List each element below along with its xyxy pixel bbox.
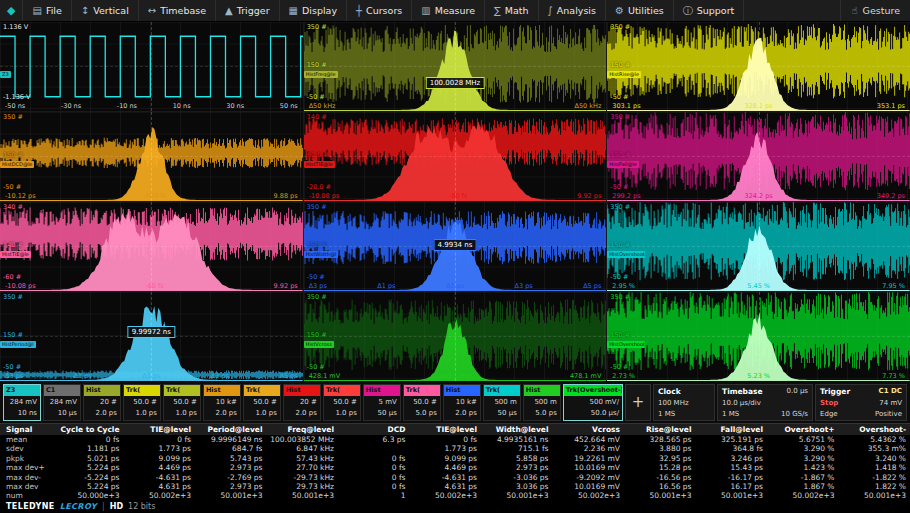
descriptor-trk-overshoot[interactable]: Trk(Overshoot-)500 mV/50.0 μs/	[563, 384, 623, 421]
measurement-value: 0 fs	[124, 435, 196, 444]
descriptor-trk-dcd[interactable]: Trk(50.0 #1.0 ps	[243, 384, 281, 421]
descriptor-trk-width[interactable]: Trk(500 m50 μs	[483, 384, 521, 421]
gesture-label: Gesture	[863, 5, 900, 16]
panel-hist-overshoot-pos[interactable]: 350 #150 #-50 #2.95 %5.45 %7.95 %HistOve…	[607, 202, 910, 291]
trigger-level: 74 mV	[879, 399, 902, 407]
waveform-hist-rise	[607, 22, 910, 111]
descriptor-value: 10 k#	[216, 398, 237, 406]
column-header[interactable]: Width@level	[481, 424, 553, 435]
column-header[interactable]: Period@level	[195, 424, 267, 435]
trace-tag: HistOvershoot	[607, 341, 645, 348]
descriptor-hist-tie[interactable]: Hist20 #2.0 ps	[283, 384, 321, 421]
measurement-value: 19.2261 mV	[553, 454, 625, 463]
column-header[interactable]: DCD	[338, 424, 410, 435]
row-label: mean	[0, 435, 52, 444]
table-row: max dev5.224 ps4.631 ps2.973 ps29.73 kHz…	[0, 482, 910, 491]
clock-frequency: 100 MHz	[658, 399, 710, 407]
menu-item-cursors[interactable]: ┼Cursors	[347, 0, 412, 21]
measurement-value: -5.224 ps	[52, 473, 124, 482]
measurement-value: 50.001e+3	[696, 491, 768, 500]
descriptor-values: 20 #2.0 ps	[84, 396, 120, 420]
descriptor-title: Hist	[204, 385, 240, 396]
column-header[interactable]: Rise@level	[624, 424, 696, 435]
waveform-hist-tie	[304, 112, 607, 201]
panel-hist-freq[interactable]: 350 #150 #-50 #Δ50 kHzΔ50 kHz100.0028 MH…	[304, 22, 607, 111]
menu-item-label: Timebase	[160, 5, 206, 16]
menu-item-trigger[interactable]: ▲Trigger	[216, 0, 279, 21]
measurement-value: 10.0169 mV	[553, 482, 625, 491]
gesture-button[interactable]: ☝ Gesture	[840, 0, 910, 21]
panel-hist-fall[interactable]: 350 #150 #-50 #299.2 ps324.2 ps349.2 psH…	[607, 112, 910, 201]
descriptor-hist-freq[interactable]: Hist20 #2.0 ps	[83, 384, 121, 421]
hd-badge: HD	[110, 501, 123, 513]
descriptor-value: 2.0 ps	[96, 409, 117, 417]
timebase-box[interactable]: Timebase0.0 μs10.0 μs/div1 MS10 GS/s	[717, 384, 813, 421]
trigger-source: C1 DC	[879, 387, 902, 396]
descriptor-z3[interactable]: Z3284 mV10 ns	[3, 384, 41, 421]
menu-item-display[interactable]: ▦Display	[280, 0, 347, 21]
measurement-value: 1.773 ps	[410, 444, 482, 453]
menu-item-file[interactable]: ▤File	[23, 0, 71, 21]
menu-item-utilities[interactable]: ⚙Utilities	[606, 0, 674, 21]
waveform-hist-width	[304, 202, 607, 291]
clock-box[interactable]: Clock100 MHz1 MS	[653, 384, 715, 421]
panel-hist-period[interactable]: 350 #150 #-50 #Δ3 psΔ1 psΔ1 psΔ3 psΔ5 ps…	[0, 292, 303, 381]
measurement-value: 5.224 ps	[52, 482, 124, 491]
panel-hist-rise[interactable]: 350 #150 #-50 #303.1 ps328.1 ps353.1 psH…	[607, 22, 910, 111]
timebase-rate-row: 1 MS10 GS/s	[722, 410, 808, 418]
panel-hist-tie2[interactable]: 340 #140 #-60 #-10.08 ps-80 fs9.92 psHis…	[0, 202, 303, 291]
descriptor-hist-width[interactable]: Hist10 k#2.0 ps	[443, 384, 481, 421]
column-header[interactable]: Vcross	[553, 424, 625, 435]
trigger-box[interactable]: TriggerC1 DCStop74 mVEdgePositive	[815, 384, 907, 421]
panel-zoom-z3[interactable]: 1.136 V-1.136 V-50 ns-30 ns-10 ns10 ns30…	[0, 22, 303, 111]
measurement-value: 1.773 ps	[124, 444, 196, 453]
trigger-mode: Stop	[820, 399, 838, 407]
add-trace-button[interactable]: +	[625, 384, 651, 421]
column-header[interactable]: Cycle to Cycle	[52, 424, 124, 435]
measurement-value: 50.001e+3	[267, 491, 339, 500]
table-row: pkpk5.021 ps9.099 ps5.743 ps57.43 kHz0 f…	[0, 454, 910, 463]
descriptor-title: Trk(	[124, 385, 160, 396]
column-header[interactable]: TIE@level	[410, 424, 482, 435]
measurement-value: 5.743 ps	[195, 454, 267, 463]
descriptor-trk-rise[interactable]: Trk(50.0 #1.0 ps	[163, 384, 201, 421]
column-header[interactable]: Freq@level	[267, 424, 339, 435]
column-header[interactable]: TIE@level	[124, 424, 196, 435]
measurement-value: 2.973 ps	[195, 482, 267, 491]
descriptor-title: Trk(	[484, 385, 520, 396]
descriptor-hist-fall[interactable]: Hist5 mV50 μs	[363, 384, 401, 421]
menu-item-timebase[interactable]: ↔Timebase	[139, 0, 216, 21]
descriptor-values: 500 m5.0 ps	[524, 396, 560, 420]
measurement-value: 0 fs	[338, 463, 410, 472]
menu-item-support[interactable]: ⓘSupport	[674, 0, 745, 21]
menu-item-math[interactable]: ∑Math	[485, 0, 539, 21]
descriptor-c1[interactable]: C1284 mV10 μs	[43, 384, 81, 421]
descriptor-trk-tie[interactable]: Trk(50.0 #1.0 ps	[323, 384, 361, 421]
menu-item-analysis[interactable]: ∫Analysis	[539, 0, 606, 21]
menu-item-vertical[interactable]: ↕Vertical	[72, 0, 139, 21]
panel-hist-width[interactable]: 350 #150 #-50 #Δ3 psΔ1 psΔ1 psΔ3 psΔ5 ps…	[304, 202, 607, 291]
menu-item-label: Trigger	[237, 5, 270, 16]
timebase-scale: 10.0 μs/div	[722, 399, 761, 407]
descriptor-values: 500 mV/50.0 μs/	[564, 396, 622, 420]
measurement-value: 1.181 ps	[52, 444, 124, 453]
timebase-icon: ↔	[148, 5, 156, 16]
descriptor-hist-vcross[interactable]: Hist500 m5.0 ps	[523, 384, 561, 421]
descriptor-trk-fall[interactable]: Trk(50.0 #5.0 ps	[403, 384, 441, 421]
panel-hist-vcross[interactable]: 350 #150 #-50 #428.1 mV453.1 mV478.1 mVH…	[304, 292, 607, 381]
panel-hist-overshoot-neg[interactable]: 350 #150 #-50 #2.73 %5.23 %7.73 %HistOve…	[607, 292, 910, 381]
column-header[interactable]: Fall@level	[696, 424, 768, 435]
menu-item-measure[interactable]: ▥Measure	[412, 0, 485, 21]
measurement-value: 100.003852 MHz	[267, 435, 339, 444]
measurement-value: 0 fs	[410, 435, 482, 444]
descriptor-hist-dcd[interactable]: Hist10 k#2.0 ps	[203, 384, 241, 421]
column-header[interactable]: Overshoot-	[839, 424, 910, 435]
analysis-icon: ∫	[548, 5, 553, 16]
measurement-value: 4.469 ps	[124, 463, 196, 472]
panel-hist-dcd[interactable]: 350 #150 #-50 #-10.12 ps-120 fs9.88 psHi…	[0, 112, 303, 201]
panel-hist-tie[interactable]: 140 #60.0 #-20.0 #-10.08 ps-80 fs9.92 ps…	[304, 112, 607, 201]
descriptor-trk-freq[interactable]: Trk(50.0 #1.0 ps	[123, 384, 161, 421]
column-header[interactable]: Overshoot+	[767, 424, 839, 435]
waveform-hist-overshoot-pos	[607, 202, 910, 291]
measurement-value: 3.036 ps	[481, 482, 553, 491]
